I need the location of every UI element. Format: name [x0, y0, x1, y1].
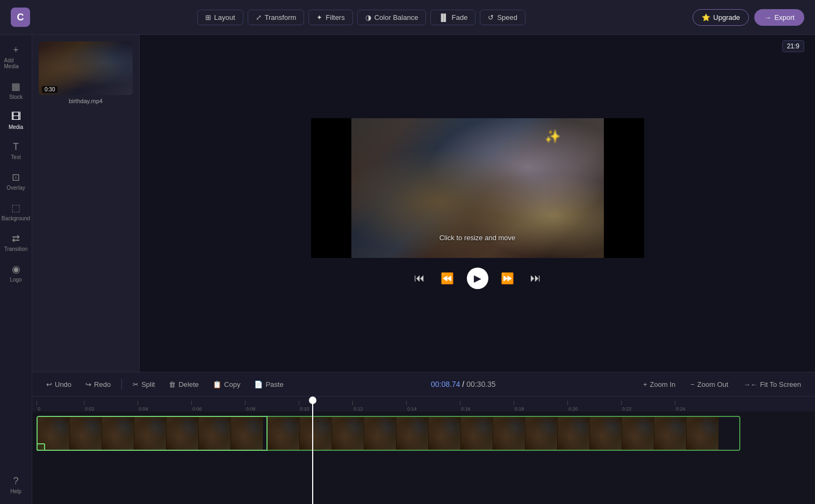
rewind-icon: ⏪ [441, 272, 454, 285]
export-arrow-icon: → [764, 13, 771, 21]
filters-icon: ✦ [316, 13, 322, 21]
zoom-out-icon: − [690, 380, 695, 388]
undo-button[interactable]: ↩ Undo [41, 378, 77, 391]
stock-icon: ▦ [11, 81, 20, 92]
split-button[interactable]: ✂ Split [127, 378, 160, 391]
time-total: 00:30.35 [466, 380, 496, 388]
redo-button[interactable]: ↪ Redo [80, 378, 116, 391]
preview-video: Click to resize and move [351, 118, 604, 258]
sidebar-item-background[interactable]: ⬚ Background [2, 198, 30, 226]
track-container [32, 412, 815, 455]
fast-forward-icon: ⏩ [501, 272, 514, 285]
sidebar-item-add-media[interactable]: + Add Media [2, 40, 30, 74]
thumbnail-filename: birthday.mp4 [39, 98, 133, 104]
track-frame-16 [525, 417, 558, 450]
nav-transform-btn[interactable]: ⤢ Transform [248, 10, 305, 25]
nav-color-balance-btn[interactable]: ◑ Color Balance [357, 10, 427, 25]
track-frame-17 [558, 417, 590, 450]
track-segment-second[interactable] [268, 416, 740, 451]
timeline-toolbar: ↩ Undo ↪ Redo ✂ Split 🗑 Delete 📋 Copy 📄 [32, 372, 815, 397]
sidebar-item-logo[interactable]: ◉ Logo [2, 259, 30, 287]
zoom-in-button[interactable]: + Zoom In [638, 378, 681, 391]
top-right: ⭐ Upgrade → Export [693, 9, 804, 26]
media-panel: 0:30 birthday.mp4 [32, 35, 140, 372]
play-button[interactable]: ▶ [467, 268, 488, 289]
media-thumbnail[interactable]: 0:30 [39, 41, 133, 95]
skip-end-icon: ⏭ [530, 272, 541, 284]
sidebar-item-overlay[interactable]: ⊡ Overlay [2, 167, 30, 195]
track-frame-20 [654, 417, 687, 450]
track-frame-9 [300, 417, 332, 450]
ruler-mark-0_12: 0:12 [352, 401, 406, 412]
preview-area: Click to resize and move 21:9 ⏮ ⏪ ▶ [140, 35, 815, 372]
nav-speed-btn[interactable]: ↺ Speed [480, 10, 525, 25]
ruler-mark-0_02: 0:02 [84, 401, 138, 412]
delete-icon: 🗑 [169, 380, 176, 388]
track-segment-first[interactable] [37, 416, 268, 451]
top-bar: C ⊞ Layout ⤢ Transform ✦ Filters ◑ Color… [0, 0, 815, 35]
upper-area: 0:30 birthday.mp4 Click to resize and mo… [32, 35, 815, 372]
nav-layout-btn[interactable]: ⊞ Layout [197, 10, 243, 25]
color-balance-icon: ◑ [365, 13, 371, 21]
ruler-mark-0_06: 0:06 [191, 401, 245, 412]
ruler-mark-0_04: 0:04 [138, 401, 191, 412]
track-frame-4 [134, 417, 167, 450]
playback-controls: ⏮ ⏪ ▶ ⏩ ⏭ [411, 268, 544, 289]
logo-icon: ◉ [12, 263, 20, 275]
sidebar-item-transition[interactable]: ⇄ Transition [2, 228, 30, 256]
fade-icon: ▐▌ [438, 13, 448, 21]
track-frame-21 [687, 417, 719, 450]
fit-to-screen-button[interactable]: →← Fit To Screen [738, 378, 806, 391]
toolbar-separator-1 [121, 379, 122, 390]
app-logo[interactable]: C [11, 8, 30, 27]
paste-button[interactable]: 📄 Paste [249, 378, 289, 391]
media-icon: 🎞 [11, 111, 21, 123]
skip-to-start-button[interactable]: ⏮ [411, 270, 428, 287]
playhead-head [309, 397, 316, 404]
export-button[interactable]: → Export [754, 9, 804, 26]
time-current: 00:08.74 [431, 380, 460, 388]
copy-button[interactable]: 📋 Copy [207, 378, 246, 391]
rewind-button[interactable]: ⏪ [439, 270, 456, 287]
nav-fade-btn[interactable]: ▐▌ Fade [430, 10, 475, 25]
zoom-in-icon: + [643, 380, 647, 388]
play-icon: ▶ [474, 272, 481, 284]
undo-icon: ↩ [46, 380, 52, 388]
track-frame-15 [493, 417, 525, 450]
track-frame-19 [622, 417, 654, 450]
split-icon: ✂ [133, 380, 139, 388]
zoom-controls: + Zoom In − Zoom Out →← Fit To Screen [638, 378, 806, 391]
upgrade-button[interactable]: ⭐ Upgrade [693, 9, 749, 26]
timeline-area: 0 0:02 0:04 0:06 0:08 0:10 [32, 397, 815, 504]
track-frame-12 [396, 417, 429, 450]
ruler-mark-0_22: 0:22 [621, 401, 675, 412]
ruler-mark-0_20: 0:20 [567, 401, 621, 412]
time-ruler: 0 0:02 0:04 0:06 0:08 0:10 [32, 397, 815, 412]
redo-icon: ↪ [85, 380, 91, 388]
track-frame-3 [102, 417, 134, 450]
track-frame-18 [590, 417, 622, 450]
preview-overlay-text: Click to resize and move [439, 234, 516, 242]
skip-to-end-button[interactable]: ⏭ [527, 270, 544, 287]
sidebar-item-media[interactable]: 🎞 Media [2, 107, 30, 134]
fast-forward-button[interactable]: ⏩ [499, 270, 516, 287]
time-display: 00:08.74 / 00:30.35 [292, 380, 634, 388]
main-layout: + Add Media ▦ Stock 🎞 Media T Text ⊡ Ove… [0, 35, 815, 504]
ruler-mark-0_24: 0:24 [675, 401, 729, 412]
add-media-icon: + [13, 45, 19, 56]
ruler-mark-0_08: 0:08 [245, 401, 299, 412]
overlay-icon: ⊡ [12, 171, 20, 183]
delete-button[interactable]: 🗑 Delete [163, 378, 204, 391]
preview-black-left [311, 118, 351, 258]
text-icon: T [13, 141, 19, 153]
sidebar-item-help[interactable]: ? Help [2, 471, 30, 499]
aspect-ratio-badge: 21:9 [782, 40, 804, 52]
sidebar-item-text[interactable]: T Text [2, 137, 30, 164]
content-area: 0:30 birthday.mp4 Click to resize and mo… [32, 35, 815, 504]
sidebar-item-stock[interactable]: ▦ Stock [2, 76, 30, 104]
zoom-out-button[interactable]: − Zoom Out [685, 378, 733, 391]
nav-filters-btn[interactable]: ✦ Filters [308, 10, 352, 25]
ruler-mark-0_16: 0:16 [460, 401, 514, 412]
track-frame-2 [70, 417, 102, 450]
preview-canvas[interactable]: Click to resize and move [311, 118, 644, 258]
